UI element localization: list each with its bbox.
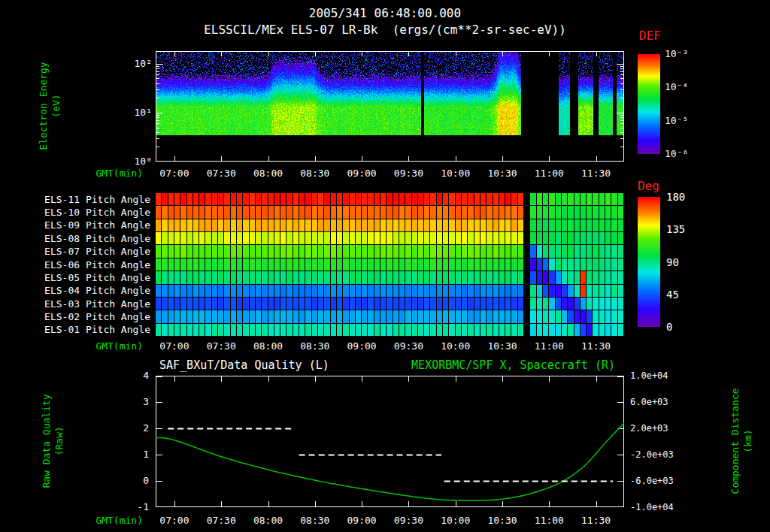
energy-tick-label: 10² [119, 58, 152, 69]
time-tick-label: 09:30 [390, 340, 427, 352]
time-tick-label: 09:00 [343, 515, 380, 526]
time-tick-label: 11:00 [530, 340, 568, 352]
time-tick-label: 07:00 [156, 340, 193, 352]
electron-energy-axis-label: Electron Energy (eV) [37, 62, 62, 150]
component-distance-axis-label-line1: Component Distance [729, 388, 741, 494]
time-tick-label: 10:30 [484, 515, 521, 526]
time-tick-label: 07:00 [156, 168, 193, 179]
time-tick-label: 08:30 [296, 515, 334, 526]
distance-tick-label: 6.0e+03 [630, 397, 668, 407]
def-tick-label: 10⁻⁵ [665, 115, 688, 126]
time-tick-label: 07:00 [156, 515, 193, 526]
quality-tick-label: 2 [122, 422, 149, 434]
distance-tick-label: -2.0e+03 [630, 449, 674, 460]
time-tick-label: 10:00 [437, 168, 474, 179]
time-tick-label: 11:30 [578, 340, 615, 352]
time-tick-label: 09:00 [343, 340, 380, 352]
time-tick-label: 08:00 [250, 340, 287, 352]
time-tick-label: 09:30 [390, 168, 427, 179]
time-tick-label: 07:30 [202, 340, 240, 352]
deg-tick-label: 90 [666, 256, 679, 268]
quality-tick-label: 4 [122, 370, 149, 381]
electron-energy-axis-label-line1: Electron Energy [37, 62, 50, 150]
time-tick-label: 11:30 [578, 515, 615, 526]
quality-distance-plot [156, 376, 624, 507]
component-distance-axis-label-line2: (km) [741, 388, 754, 494]
distance-tick-label: -1.0e+04 [630, 502, 674, 512]
time-tick-label: 08:00 [250, 168, 287, 179]
energy-tick-label: 10⁰ [119, 156, 152, 167]
time-tick-label: 10:30 [484, 340, 521, 352]
time-tick-label: 08:30 [296, 168, 334, 179]
bottom-left-title: SAF_BXuT/Data Quality (L) [159, 358, 329, 372]
quality-tick-label: 3 [122, 396, 149, 407]
energy-tick-label: 10¹ [119, 107, 152, 118]
deg-tick-label: 180 [666, 191, 685, 203]
pitch-row-label: ELS-07 Pitch Angle [30, 246, 150, 257]
pitch-row-label: ELS-08 Pitch Angle [30, 233, 150, 244]
pitch-row-label: ELS-06 Pitch Angle [30, 259, 150, 271]
gmt-axis-label: GMT(min) [68, 515, 143, 526]
distance-tick-label: 2.0e+03 [630, 423, 668, 434]
deg-colorbar-label: Deg [638, 179, 659, 193]
spectrogram-dashboard: 2005/341 06:48:00.000 ELSSCIL/MEx ELS-07… [0, 0, 770, 532]
raw-data-quality-axis-label: Raw Data Quality (Raw) [40, 394, 65, 488]
deg-tick-label: 135 [666, 223, 685, 235]
gmt-axis-label: GMT(min) [68, 340, 143, 352]
electron-energy-spectrogram [156, 51, 624, 162]
deg-tick-label: 45 [666, 289, 679, 301]
pitch-row-label: ELS-05 Pitch Angle [30, 272, 150, 283]
time-tick-label: 10:00 [437, 340, 474, 352]
def-colorbar-label: DEF [639, 29, 661, 43]
deg-tick-label: 0 [666, 321, 672, 333]
time-tick-label: 09:30 [390, 515, 427, 526]
deg-colorbar [638, 197, 660, 327]
time-tick-label: 07:30 [202, 168, 240, 179]
pitch-row-label: ELS-04 Pitch Angle [30, 285, 150, 296]
pitch-row-label: ELS-01 Pitch Angle [30, 324, 150, 335]
electron-energy-axis-label-line2: (eV) [50, 62, 62, 150]
time-tick-label: 11:30 [578, 168, 615, 179]
quality-tick-label: -1 [122, 501, 149, 512]
time-tick-label: 07:30 [202, 515, 240, 526]
pitch-row-label: ELS-10 Pitch Angle [30, 207, 150, 218]
pitch-row-label: ELS-02 Pitch Angle [30, 311, 150, 322]
pitch-row-label: ELS-09 Pitch Angle [30, 219, 150, 231]
time-tick-label: 11:00 [530, 168, 568, 179]
pitch-angle-panel [156, 193, 624, 337]
def-tick-label: 10⁻³ [665, 48, 688, 59]
def-colorbar [638, 54, 660, 154]
raw-data-quality-axis-label-line2: (Raw) [53, 394, 65, 488]
gmt-axis-label: GMT(min) [68, 168, 143, 179]
bottom-right-title: MEXORBMC/SPF X, Spacecraft (R) [338, 358, 615, 372]
quality-tick-label: 1 [122, 449, 149, 460]
def-tick-label: 10⁻⁴ [665, 81, 688, 92]
time-tick-label: 11:00 [530, 515, 568, 526]
time-tick-label: 08:30 [296, 340, 334, 352]
pitch-row-label: ELS-11 Pitch Angle [30, 194, 150, 205]
time-tick-label: 08:00 [250, 515, 287, 526]
pitch-row-label: ELS-03 Pitch Angle [30, 298, 150, 310]
quality-tick-label: 0 [122, 475, 149, 486]
component-distance-axis-label: Component Distance (km) [729, 388, 754, 494]
distance-tick-label: -6.0e+03 [630, 476, 674, 486]
time-tick-label: 09:00 [343, 168, 380, 179]
time-tick-label: 10:00 [437, 515, 474, 526]
time-tick-label: 10:30 [484, 168, 521, 179]
def-tick-label: 10⁻⁶ [665, 148, 688, 159]
raw-data-quality-axis-label-line1: Raw Data Quality [40, 394, 53, 488]
page-title: 2005/341 06:48:00.000 [0, 6, 770, 20]
distance-tick-label: 1.0e+04 [630, 370, 668, 381]
